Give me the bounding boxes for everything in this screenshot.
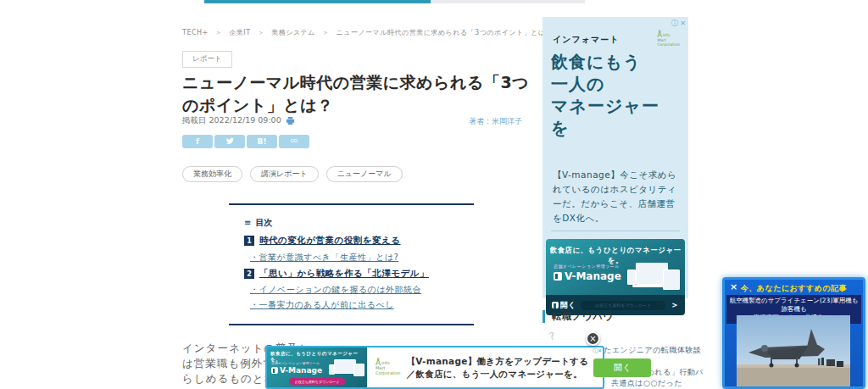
top-progress-bar (204, 0, 431, 3)
tag-pill[interactable]: ニューノーマル (326, 166, 403, 182)
toc-divider-bottom (229, 324, 474, 325)
banner-close-button[interactable]: × (586, 331, 600, 346)
section-heading-career: 転職ノウハウ (542, 310, 614, 323)
breadcrumb-current: ニューノーマル時代の営業に求められる「3つのポイント」とは? (337, 29, 550, 36)
toc-link[interactable]: 時代の変化が営業の役割を変える (259, 235, 400, 247)
article-list-link[interactable]: ！ 共通点は○○だった (600, 378, 682, 389)
device-mockups (627, 259, 680, 292)
author-link[interactable]: 著者：米岡洋子 (469, 116, 522, 127)
banner-download-pill[interactable]: お役立ち資料をダウンロード (289, 378, 345, 385)
facebook-share-button[interactable]: f (182, 135, 213, 148)
link-icon (290, 136, 298, 147)
tag-row: 業務効率化 講演レポート ニューノーマル (182, 166, 403, 182)
infomart-logo-mark: Å (657, 33, 661, 38)
phone-mockup (627, 270, 636, 285)
ad-body-text: 【V-manage】今こそ求められているのはホスピタリティーだ。だからこそ、店舗… (553, 168, 682, 225)
page: TECH+ ＞ 企業IT ＞ 業務システム ＞ ニューノーマル時代の営業に求めら… (0, 0, 868, 389)
toc-sub-link[interactable]: ・イノベーションの鍵を握るのは外部統合 (250, 284, 421, 296)
chevron-right-icon[interactable]: ＞ (670, 299, 679, 311)
published-date: 掲載日 2022/12/19 09:00 (182, 115, 295, 126)
bottom-anchor-ad[interactable]: 飲食店に、もうひとりのマネージャーを。 店舗オペレーション管理ツール V-Man… (265, 346, 604, 389)
advertiser-name: インフォマート (553, 34, 619, 46)
breadcrumb-home[interactable]: TECH+ (182, 29, 209, 36)
tablet-mockup (353, 364, 364, 376)
toc-heading-label: 目次 (255, 218, 272, 227)
banner-product-panel[interactable]: 飲食店に、もうひとりのマネージャーを。 店舗オペレーション管理ツール V-Man… (267, 347, 367, 387)
banner-text: 【V-manage】働き方をアップデートする ／飲食店に、もう一人のマネージャー… (407, 355, 589, 381)
v-manage-logo-icon (271, 367, 278, 374)
tag-pill[interactable]: 講演レポート (250, 166, 319, 182)
banner-open-button[interactable]: 開く (593, 358, 651, 377)
toc-divider-top (229, 203, 474, 205)
tablet-mockup (663, 270, 680, 290)
article-list-link[interactable]: たエンジニアの転職体験談 (604, 345, 701, 356)
infomart-logo-mark: Å (376, 360, 381, 365)
published-date-text: 掲載日 2022/12/19 09:00 (182, 115, 281, 126)
twitter-share-button[interactable] (214, 135, 245, 148)
breadcrumb-subcategory[interactable]: 業務システム (271, 29, 315, 36)
infomart-logo: Å Info Mart Corporation (376, 360, 401, 375)
tag-pill[interactable]: 業務効率化 (182, 166, 242, 182)
breadcrumb-separator: ＞ (322, 29, 330, 36)
toc-link[interactable]: 「思い」から戦略を作る「北澤モデル」 (259, 268, 429, 280)
breadcrumb: TECH+ ＞ 企業IT ＞ 業務システム ＞ ニューノーマル時代の営業に求めら… (182, 28, 589, 37)
article-thumbnail-aircraft-photo[interactable] (737, 315, 850, 389)
toc-sub-link[interactable]: ・一番実力のある人が前に出るべし (250, 299, 394, 311)
popup-header: 今、あなたにおすすめの記事 (725, 283, 863, 294)
sidebar-display-ad[interactable]: ⓘ ✕ インフォマート Å Info Mart Corporation 飲食にも… (542, 17, 688, 298)
breadcrumb-category[interactable]: 企業IT (229, 29, 250, 36)
toc-item: 1 時代の変化が営業の役割を変える (244, 235, 400, 247)
twitter-icon (225, 136, 234, 147)
ad-product-panel[interactable]: 飲食店に、もうひとりのマネージャーを。 店舗オペレーション管理ツール V-Man… (546, 239, 685, 295)
open-icon (552, 302, 559, 308)
download-pill-button[interactable]: お役立ち資料をダウンロード (581, 301, 665, 310)
ad-divider (551, 231, 680, 231)
copy-link-button[interactable] (279, 135, 309, 148)
product-label: 店舗オペレーション管理ツール (554, 264, 620, 269)
ad-open-button[interactable]: 開く (552, 300, 576, 311)
phone-mockup (329, 364, 335, 375)
toc-number-badge: 2 (244, 269, 254, 279)
printer-icon[interactable] (286, 116, 295, 125)
recommended-article-popup: × 今、あなたにおすすめの記事 航空機製造のサプライチェーン(23)軍用機も旅客… (722, 277, 865, 389)
breadcrumb-separator: ＞ (215, 29, 223, 36)
hatena-share-button[interactable]: B! (247, 135, 277, 148)
v-manage-logo: V-Manage (554, 270, 621, 282)
adchoices-icon[interactable]: ⓘ✕ (593, 347, 602, 355)
toc-item: 2 「思い」から戦略を作る「北澤モデル」 (244, 268, 429, 280)
v-manage-logo-icon (554, 272, 562, 281)
top-progress-track (431, 0, 585, 3)
ad-headline: 飲食にもう 一人の マネージャー を (551, 51, 659, 139)
infomart-logo-text: Corporation (657, 42, 680, 47)
banner-v-manage-logo: V-Manage (271, 366, 322, 375)
banner-device-mockups (329, 359, 364, 378)
toc-number-badge: 1 (244, 236, 254, 246)
page-title: ニューノーマル時代の営業に求められる「3つのポイント」とは？ (182, 71, 533, 117)
infomart-logo: Å Info Mart Corporation (657, 33, 680, 47)
social-share-row: f B! (182, 135, 309, 148)
banner-message: Å Info Mart Corporation 【V-manage】働き方をアッ… (367, 355, 593, 381)
question-doodle: ? (548, 330, 556, 342)
category-tag[interactable]: レポート (182, 51, 232, 68)
banner-product-label: 店舗オペレーション管理ツール (271, 361, 320, 365)
facebook-icon: f (196, 137, 199, 146)
hatena-bookmark-icon: B! (258, 137, 267, 146)
toc-sub-link[interactable]: ・営業が意識すべき「生産性」とは? (250, 252, 398, 264)
toc-icon: ≡ (244, 218, 251, 227)
adchoices-icon[interactable]: ⓘ ✕ (671, 19, 686, 28)
toc-heading: ≡目次 (244, 217, 272, 229)
breadcrumb-separator: ＞ (258, 29, 265, 36)
